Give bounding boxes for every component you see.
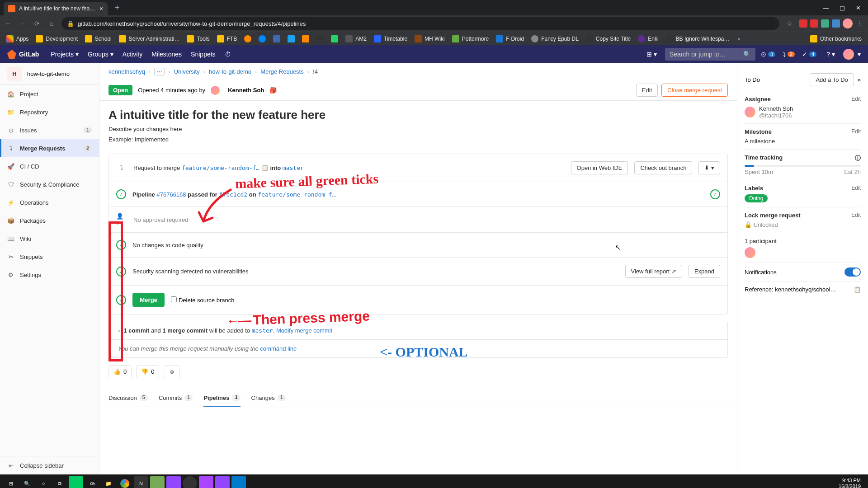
home-icon[interactable]: ⌂ — [47, 20, 56, 27]
bookmark-item[interactable]: Server Administrati… — [116, 35, 183, 42]
plus-dropdown[interactable]: ⊞ ▾ — [642, 45, 661, 63]
help-dropdown[interactable]: ? ▾ — [822, 45, 840, 63]
bookmark-item[interactable]: School — [82, 35, 114, 42]
delete-branch-checkbox[interactable] — [171, 296, 177, 302]
bookmark-item[interactable] — [256, 35, 269, 42]
sidebar-item-issues[interactable]: ⊙Issues1 — [0, 121, 99, 139]
open-web-ide-button[interactable]: Open in Web IDE — [571, 161, 628, 174]
edit-button[interactable]: Edit — [636, 84, 658, 97]
search-icon[interactable]: 🔍 — [20, 476, 34, 488]
sidebar-item-repository[interactable]: 📁Repository — [0, 103, 99, 121]
nav-snippets[interactable]: Snippets — [186, 45, 220, 63]
global-search[interactable]: Search or jump to… 🔍 — [665, 48, 755, 61]
task-view-icon[interactable]: ⧉ — [52, 476, 67, 488]
edit-lock[interactable]: Edit — [851, 212, 861, 219]
browser-tab[interactable]: A intuitive title for the new featu… × — [4, 2, 108, 15]
todos-counter[interactable]: ✓4 — [800, 51, 818, 58]
nav-milestones[interactable]: Milestones — [147, 45, 186, 63]
taskbar-app[interactable] — [215, 476, 230, 488]
url-input[interactable]: 🔒 gitlab.com/kennethsohyq/school/univers… — [61, 17, 779, 30]
cortana-icon[interactable]: ○ — [36, 476, 51, 488]
participant-avatar[interactable] — [745, 247, 755, 258]
nav-groups[interactable]: Groups ▾ — [83, 45, 118, 63]
nav-projects[interactable]: Projects ▾ — [46, 45, 83, 63]
nav-instance-icon[interactable]: ⏱ — [220, 45, 236, 63]
bookmark-item[interactable]: Copy Site Title — [583, 35, 633, 42]
author-avatar[interactable] — [211, 86, 220, 95]
bookmark-item[interactable]: BB Ignore Whitespa… — [663, 35, 732, 42]
close-mr-button[interactable]: Close merge request — [661, 84, 728, 97]
nav-activity[interactable]: Activity — [118, 45, 147, 63]
bookmark-item[interactable]: Timetable — [371, 35, 410, 42]
author-name[interactable]: Kenneth Soh — [228, 87, 264, 94]
ext-icon[interactable] — [810, 19, 818, 28]
tab-discussion[interactable]: Discussion5 — [108, 389, 148, 407]
bookmark-item[interactable]: AM2 — [343, 35, 369, 42]
commit-sha-link[interactable]: f7cc1cd2 — [219, 191, 248, 198]
bookmark-item[interactable] — [328, 35, 341, 42]
merge-button[interactable]: Merge — [132, 293, 165, 307]
taskbar-app[interactable] — [69, 476, 83, 488]
close-tab-icon[interactable]: × — [99, 5, 103, 12]
ext-icon[interactable] — [832, 19, 840, 28]
view-full-report-button[interactable]: View full report ↗ — [625, 265, 682, 278]
bookmark-item[interactable]: Fancy Epub DL — [528, 35, 581, 42]
modify-merge-commit-link[interactable]: Modify merge commit — [276, 327, 332, 334]
command-line-link[interactable]: command line — [260, 345, 297, 352]
maximize-icon[interactable]: ▢ — [840, 5, 845, 11]
breadcrumb-group[interactable]: University — [174, 68, 200, 75]
sidebar-item-operations[interactable]: ⚡Operations — [0, 193, 99, 211]
tab-pipelines[interactable]: Pipelines1 — [203, 389, 240, 407]
minimize-icon[interactable]: — — [823, 5, 829, 11]
bookmark-item[interactable] — [299, 35, 312, 42]
bookmark-item[interactable]: MH Wiki — [412, 35, 448, 42]
download-dropdown[interactable]: ⬇ ▾ — [698, 161, 720, 174]
tab-commits[interactable]: Commits1 — [159, 389, 193, 407]
bookmark-item[interactable] — [241, 35, 254, 42]
taskbar-app[interactable]: N — [134, 476, 148, 488]
taskbar-app[interactable] — [150, 476, 165, 488]
store-icon[interactable]: 🛍 — [85, 476, 99, 488]
thumbs-up-button[interactable]: 👍 0 — [108, 365, 132, 378]
checkout-branch-button[interactable]: Check out branch — [634, 161, 692, 174]
star-icon[interactable]: ☆ — [785, 20, 794, 27]
vscode-icon[interactable] — [231, 476, 246, 488]
expand-chevron-icon[interactable]: › — [118, 327, 120, 334]
chrome-icon[interactable] — [118, 476, 132, 488]
bookmark-item[interactable] — [285, 35, 297, 42]
bookmark-item[interactable]: F-Droid — [493, 35, 527, 42]
sidebar-item-project[interactable]: 🏠Project — [0, 85, 99, 103]
bookmark-item[interactable] — [314, 35, 326, 42]
sidebar-item-settings[interactable]: ⚙Settings — [0, 266, 99, 284]
issues-counter[interactable]: ⊙8 — [759, 51, 777, 58]
sidebar-item-security-compliance[interactable]: 🛡Security & Compliance — [0, 175, 99, 193]
edit-assignee[interactable]: Edit — [851, 96, 861, 103]
sidebar-item-wiki[interactable]: 📖Wiki — [0, 230, 99, 248]
bookmark-item[interactable]: Development — [33, 35, 80, 42]
pipeline-branch[interactable]: feature/some-random-f… — [258, 191, 335, 198]
milestone-value[interactable]: A milestone — [745, 138, 861, 145]
apps-shortcut[interactable]: Apps — [4, 35, 31, 42]
forward-icon[interactable]: → — [18, 20, 27, 27]
system-tray[interactable]: 9:43 PM 16/8/2019 — [835, 478, 864, 488]
reload-icon[interactable]: ⟳ — [33, 20, 42, 27]
bookmark-item[interactable]: Pottermore — [449, 35, 491, 42]
back-icon[interactable]: ← — [4, 20, 13, 27]
mrs-counter[interactable]: ⤵2 — [781, 51, 797, 58]
bookmark-item[interactable]: Tools — [184, 35, 212, 42]
start-button[interactable]: ⊞ — [4, 476, 18, 488]
gitlab-logo[interactable]: GitLab — [7, 50, 39, 59]
bookmark-item[interactable]: Enki — [635, 35, 661, 42]
delete-branch-label[interactable]: Delete source branch — [171, 296, 234, 304]
label-chip[interactable]: Doing — [745, 194, 768, 202]
explorer-icon[interactable]: 📁 — [101, 476, 116, 488]
bookmarks-overflow[interactable]: » — [737, 36, 741, 42]
help-icon[interactable]: ⓘ — [855, 154, 861, 162]
copy-icon[interactable]: 📋 — [261, 164, 269, 171]
add-todo-button[interactable]: Add a To Do — [810, 73, 854, 86]
breadcrumb-ellipsis[interactable]: ⋯ — [154, 68, 165, 75]
assignee-avatar[interactable] — [745, 107, 755, 117]
ext-icon[interactable] — [799, 19, 807, 28]
thumbs-down-button[interactable]: 👎 0 — [136, 365, 159, 378]
profile-avatar[interactable] — [843, 19, 853, 28]
